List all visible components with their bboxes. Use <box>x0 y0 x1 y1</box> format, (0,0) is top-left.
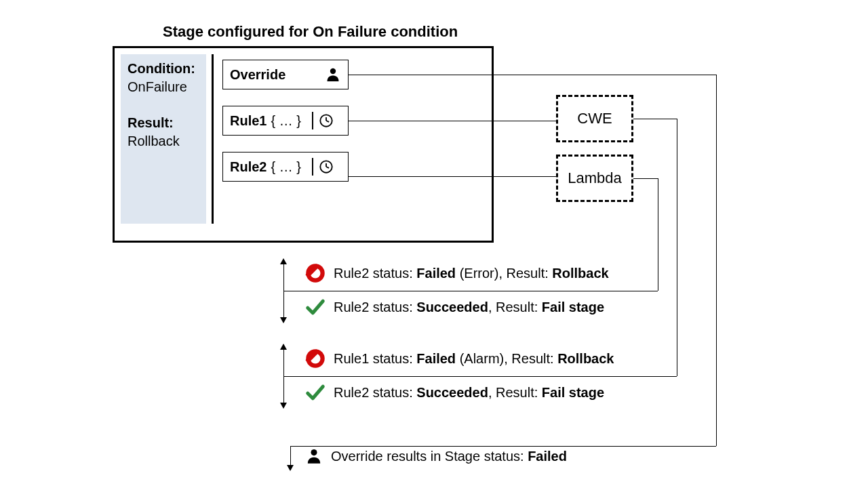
override-status: Failed <box>528 449 567 464</box>
connector-lambda-down <box>658 178 658 291</box>
no-entry-icon <box>305 348 326 369</box>
r1-fail-mid: (Alarm), Result: <box>456 351 557 366</box>
group1-vline <box>283 263 284 319</box>
person-icon <box>325 66 341 83</box>
override-box: Override <box>222 60 349 89</box>
clock-icon <box>319 113 334 128</box>
r2-succ-status: Succeeded <box>416 300 488 314</box>
person-icon <box>305 447 323 465</box>
connector-cwe-to-group <box>283 376 677 377</box>
override-pre: Override results in Stage status: <box>331 449 528 464</box>
r2-fail-mid: (Error), Result: <box>456 266 552 281</box>
connector-lambda-to-group <box>283 291 658 291</box>
r2-fail-status: Failed <box>416 266 456 281</box>
r2-fail-result: Rollback <box>552 266 608 281</box>
result-label: Result: <box>127 115 174 130</box>
svg-line-3 <box>326 121 329 122</box>
rule1-box: Rule1 { … } <box>222 106 349 136</box>
rule2-name: Rule2 <box>230 159 267 175</box>
connector-rule1 <box>349 121 556 121</box>
check-icon <box>305 382 326 403</box>
no-entry-icon <box>305 263 326 283</box>
connector-lambda-right <box>633 178 658 179</box>
group1-arrow-down <box>280 317 287 323</box>
rule2-failed-row: Rule2 status: Failed (Error), Result: Ro… <box>305 263 609 283</box>
group2-vline <box>283 348 284 404</box>
svg-line-6 <box>326 167 329 168</box>
svg-point-0 <box>330 68 336 74</box>
lambda-label: Lambda <box>568 169 622 187</box>
rule2-box: Rule2 { … } <box>222 152 349 182</box>
r2-succ-pre: Rule2 status: <box>334 300 416 314</box>
cwe-label: CWE <box>577 110 612 127</box>
condition-value: OnFailure <box>127 78 199 96</box>
rule2-succeeded-row: Rule2 status: Succeeded, Result: Fail st… <box>305 297 604 317</box>
rule1-body: { … } <box>271 113 300 129</box>
check-icon <box>305 297 326 317</box>
rule1-failed-row: Rule1 status: Failed (Alarm), Result: Ro… <box>305 348 614 369</box>
rule2-separator <box>312 158 313 176</box>
condition-sidebar: Condition: OnFailure Result: Rollback <box>121 54 206 224</box>
condition-label: Condition: <box>127 61 195 76</box>
r1-succ-mid: , Result: <box>488 385 542 400</box>
rule2-body: { … } <box>271 159 300 175</box>
rule1-succeeded-row: Rule2 status: Succeeded, Result: Fail st… <box>305 382 604 403</box>
r1-succ-result: Fail stage <box>542 385 604 400</box>
group2-arrow-down <box>280 403 287 409</box>
svg-point-13 <box>311 449 317 455</box>
lambda-box: Lambda <box>556 155 633 202</box>
group2-arrow-up <box>280 344 287 350</box>
result-value: Rollback <box>127 132 199 150</box>
r2-succ-mid: , Result: <box>488 300 542 314</box>
r2-fail-pre: Rule2 status: <box>334 266 416 281</box>
r1-fail-pre: Rule1 status: <box>334 351 416 366</box>
sidebar-divider <box>212 54 214 224</box>
diagram-title: Stage configured for On Failure conditio… <box>163 23 458 41</box>
rule1-name: Rule1 <box>230 113 267 129</box>
connector-cwe-down <box>677 119 677 376</box>
r1-fail-status: Failed <box>416 351 456 366</box>
connector-override <box>349 75 716 75</box>
r2-succ-result: Fail stage <box>542 300 604 314</box>
override-status-row: Override results in Stage status: Failed <box>305 447 567 465</box>
r1-succ-status: Succeeded <box>416 385 488 400</box>
connector-override-bottom <box>290 446 716 447</box>
rule1-separator <box>312 112 313 129</box>
connector-override-down <box>716 75 717 446</box>
connector-cwe-right <box>633 119 677 119</box>
group1-arrow-up <box>280 258 287 264</box>
cwe-box: CWE <box>556 95 633 142</box>
connector-rule2 <box>349 176 556 177</box>
r1-succ-pre: Rule2 status: <box>334 385 416 400</box>
override-vline <box>290 446 291 466</box>
override-label: Override <box>230 67 285 83</box>
override-arrow-down <box>287 465 294 471</box>
r1-fail-result: Rollback <box>557 351 614 366</box>
clock-icon <box>319 159 334 174</box>
